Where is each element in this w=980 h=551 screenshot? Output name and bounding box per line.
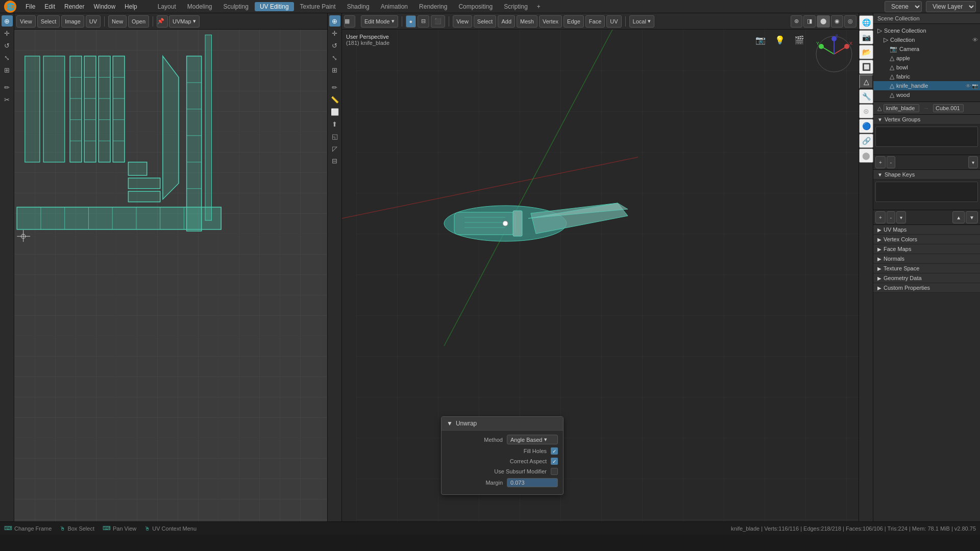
vp-vertex-menu[interactable]: Vertex: [539, 15, 562, 28]
uv-uv-btn[interactable]: UV: [86, 15, 101, 28]
menu-render[interactable]: Render: [60, 2, 88, 11]
tool-move[interactable]: ✛: [2, 28, 13, 39]
vp-tool-transform[interactable]: ⊞: [329, 64, 340, 76]
outliner-item-scene-collection[interactable]: ▷ Scene Collection: [873, 26, 980, 35]
vp-tool-move[interactable]: ✛: [329, 28, 340, 39]
normals-header[interactable]: ▶ Normals: [873, 254, 980, 264]
props-object-data-icon[interactable]: △: [859, 74, 873, 89]
vp-tool-add-cube[interactable]: ⬜: [329, 106, 340, 117]
props-render-icon[interactable]: 📷: [859, 30, 873, 44]
props-constraints-icon[interactable]: 🔗: [859, 134, 873, 148]
tool-transform[interactable]: ⊞: [2, 64, 13, 76]
vp-mesh-menu[interactable]: Mesh: [517, 15, 537, 28]
tab-uv-editing[interactable]: UV Editing: [255, 2, 294, 11]
vertex-colors-header[interactable]: ▶ Vertex Colors: [873, 235, 980, 244]
texture-space-header[interactable]: ▶ Texture Space: [873, 264, 980, 273]
vp-tool-measure[interactable]: 📏: [329, 94, 340, 105]
uv-viewport[interactable]: [14, 30, 327, 521]
vp-tool-loop-cut[interactable]: ⊟: [329, 155, 340, 166]
light-icon-btn[interactable]: 💡: [772, 34, 788, 46]
solid-mode-btn[interactable]: ⬤: [817, 15, 830, 28]
menu-file[interactable]: File: [21, 2, 39, 11]
unwrap-method-dropdown[interactable]: Angle Based ▾: [507, 435, 558, 444]
subsurf-checkbox[interactable]: [551, 468, 558, 475]
tab-layout[interactable]: Layout: [153, 2, 181, 11]
material-mode-btn[interactable]: ◉: [831, 15, 843, 28]
sk-options-btn[interactable]: ▾: [896, 211, 906, 223]
props-physics-icon[interactable]: 🔵: [859, 119, 873, 133]
tab-compositing[interactable]: Compositing: [453, 2, 498, 11]
geometry-data-header[interactable]: ▶ Geometry Data: [873, 273, 980, 283]
render-mode-btn[interactable]: ◎: [844, 15, 856, 28]
tool-scale[interactable]: ⤡: [2, 52, 13, 63]
vp-edge-menu[interactable]: Edge: [564, 15, 584, 28]
nav-gizmo[interactable]: X Y Z: [814, 34, 854, 76]
scene-selector[interactable]: Scene: [885, 1, 922, 12]
vg-remove-btn[interactable]: -: [887, 156, 895, 168]
outliner-item-wood[interactable]: △ wood: [873, 90, 980, 99]
vp-uv-menu[interactable]: UV: [606, 15, 621, 28]
uv-open-btn[interactable]: Open: [128, 15, 149, 28]
vp-tool-cursor[interactable]: ⊕: [329, 15, 340, 27]
vp-select-menu[interactable]: Select: [474, 15, 497, 28]
margin-input[interactable]: 0.073: [507, 478, 558, 487]
tab-rendering[interactable]: Rendering: [414, 2, 452, 11]
menu-window[interactable]: Window: [89, 2, 119, 11]
viewport-icon-btn[interactable]: ▦: [344, 15, 355, 28]
shape-keys-header[interactable]: ▼ Shape Keys: [873, 170, 980, 180]
uv-view-btn[interactable]: View: [16, 15, 36, 28]
face-mode-btn[interactable]: ⬛: [431, 15, 445, 28]
workspace-add-btn[interactable]: +: [534, 2, 544, 11]
overlay-btn[interactable]: ⊛: [791, 15, 802, 28]
custom-props-header[interactable]: ▶ Custom Properties: [873, 283, 980, 293]
vp-tool-bevel[interactable]: ◸: [329, 143, 340, 154]
mesh-data-name-field[interactable]: [933, 104, 964, 112]
uv-maps-header[interactable]: ▶ UV Maps: [873, 225, 980, 235]
outliner-item-camera[interactable]: 📷 Camera: [873, 44, 980, 54]
outliner-item-collection[interactable]: ▷ Collection 👁: [873, 35, 980, 44]
vg-add-btn[interactable]: +: [875, 156, 886, 168]
outliner-item-bowl[interactable]: △ bowl: [873, 63, 980, 72]
tab-scripting[interactable]: Scripting: [499, 2, 533, 11]
edit-mode-btn[interactable]: Edit Mode▾: [361, 15, 398, 28]
outliner-item-fabric[interactable]: △ fabric: [873, 72, 980, 81]
vertex-groups-list[interactable]: [875, 127, 978, 147]
props-scene-icon[interactable]: 🌐: [859, 15, 873, 30]
menu-help[interactable]: Help: [120, 2, 141, 11]
mesh-name-field[interactable]: [884, 104, 919, 112]
outliner-item-apple[interactable]: △ apple: [873, 54, 980, 63]
props-view-layer-icon[interactable]: 🔲: [859, 60, 873, 74]
vp-tool-rotate[interactable]: ↺: [329, 40, 340, 51]
props-output-icon[interactable]: 📂: [859, 45, 873, 59]
sk-up-btn[interactable]: ▲: [952, 211, 965, 223]
fill-holes-checkbox[interactable]: ✓: [551, 447, 558, 455]
tab-shading[interactable]: Shading: [342, 2, 375, 11]
vp-face-menu[interactable]: Face: [585, 15, 605, 28]
correct-aspect-checkbox[interactable]: ✓: [551, 458, 558, 465]
tool-rotate[interactable]: ↺: [2, 40, 13, 51]
tool-cut-seam[interactable]: ✂: [2, 94, 13, 105]
tab-modeling[interactable]: Modeling: [182, 2, 217, 11]
layer-selector[interactable]: View Layer: [926, 1, 976, 12]
transform-dropdown[interactable]: Local▾: [629, 15, 654, 28]
tab-texture-paint[interactable]: Texture Paint: [295, 2, 341, 11]
sk-remove-btn[interactable]: -: [887, 211, 895, 223]
restrict-render-icon[interactable]: 👁: [966, 83, 971, 89]
props-material-icon[interactable]: ⬤: [859, 148, 873, 163]
vp-tool-extrude[interactable]: ⬆: [329, 118, 340, 130]
props-particles-icon[interactable]: ⊛: [859, 104, 873, 118]
tab-sculpting[interactable]: Sculpting: [218, 2, 254, 11]
vertex-mode-btn[interactable]: ●: [406, 15, 416, 28]
uv-pin-btn[interactable]: 📌: [157, 15, 168, 28]
props-modifier-icon[interactable]: 🔧: [859, 89, 873, 104]
vp-add-menu[interactable]: Add: [498, 15, 515, 28]
shape-keys-list[interactable]: [875, 182, 978, 202]
vp-view-menu[interactable]: View: [453, 15, 472, 28]
vp-tool-inset[interactable]: ◱: [329, 131, 340, 142]
outliner-item-knife-handle[interactable]: △ knife_handle 👁 📷: [873, 81, 980, 90]
camera-icon-btn[interactable]: 📷: [752, 34, 769, 46]
uv-new-btn[interactable]: New: [108, 15, 127, 28]
viewport-3d[interactable]: User Perspective (181) knife_blade X: [342, 30, 859, 521]
vg-options-btn[interactable]: ▾: [968, 156, 978, 168]
uv-select-btn[interactable]: Select: [37, 15, 60, 28]
